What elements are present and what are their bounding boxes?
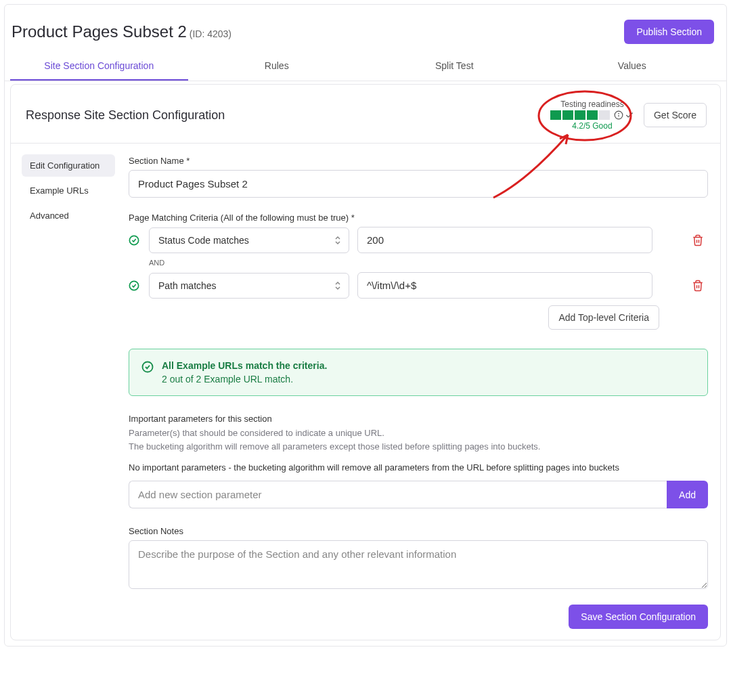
section-name-input[interactable] [129, 170, 708, 198]
main-tabs: Site Section Configuration Rules Split T… [5, 51, 726, 81]
delete-criteria-button[interactable] [688, 280, 708, 292]
tab-values[interactable]: Values [544, 51, 722, 81]
card-title: Response Site Section Configuration [26, 108, 225, 123]
tab-split-test[interactable]: Split Test [366, 51, 544, 81]
svg-point-2 [619, 113, 619, 114]
section-notes-label: Section Notes [129, 526, 708, 536]
readiness-label: Testing readiness [550, 100, 634, 109]
info-icon[interactable] [614, 110, 623, 120]
params-help-1: Parameter(s) that should be considered t… [129, 426, 708, 440]
criteria-row: Path matches [129, 272, 708, 299]
page-id: (ID: 4203) [190, 28, 231, 39]
criteria-label: Page Matching Criteria (All of the follo… [129, 213, 708, 223]
params-empty-text: No important parameters - the bucketing … [129, 462, 708, 473]
readiness-score: 4.2/5 Good [550, 121, 634, 131]
check-icon [625, 110, 634, 120]
tab-rules[interactable]: Rules [188, 51, 366, 81]
criteria-row: Status Code matches [129, 227, 708, 253]
criteria-type-value: Status Code matches [158, 235, 249, 246]
chevron-updown-icon [334, 280, 342, 291]
criteria-value-input[interactable] [357, 272, 652, 299]
criteria-type-select[interactable]: Path matches [149, 273, 349, 299]
sidebar-item-example-urls[interactable]: Example URLs [22, 179, 115, 202]
save-section-button[interactable]: Save Section Configuration [569, 605, 708, 629]
add-criteria-button[interactable]: Add Top-level Criteria [548, 305, 659, 330]
criteria-value-input[interactable] [357, 227, 652, 253]
readiness-squares [550, 110, 634, 120]
criteria-type-select[interactable]: Status Code matches [149, 227, 349, 253]
banner-title: All Example URLs match the criteria. [162, 360, 327, 371]
banner-subtitle: 2 out of 2 Example URL match. [162, 374, 327, 385]
criteria-valid-icon [129, 280, 141, 291]
criteria-and-joiner: AND [149, 259, 708, 267]
section-notes-textarea[interactable] [129, 540, 708, 589]
testing-readiness-widget: Testing readiness 4.2/5 Good [550, 100, 634, 131]
params-heading: Important parameters for this section [129, 414, 708, 424]
delete-criteria-button[interactable] [688, 234, 708, 246]
criteria-valid-icon [129, 235, 141, 246]
criteria-match-banner: All Example URLs match the criteria. 2 o… [129, 349, 708, 396]
get-score-button[interactable]: Get Score [644, 103, 707, 127]
chevron-updown-icon [334, 235, 342, 246]
success-check-icon [141, 360, 154, 385]
publish-section-button[interactable]: Publish Section [624, 20, 714, 44]
add-parameter-button[interactable]: Add [667, 481, 708, 508]
config-sidebar: Edit Configuration Example URLs Advanced [11, 144, 119, 629]
params-help-2: The bucketing algorithm will remove all … [129, 440, 708, 454]
add-parameter-input[interactable] [129, 481, 667, 508]
section-name-label: Section Name * [129, 156, 708, 166]
sidebar-item-advanced[interactable]: Advanced [22, 204, 115, 227]
tab-site-section-configuration[interactable]: Site Section Configuration [10, 51, 188, 81]
sidebar-item-edit-configuration[interactable]: Edit Configuration [22, 154, 115, 177]
criteria-type-value: Path matches [158, 280, 217, 291]
page-title: Product Pages Subset 2 [12, 22, 187, 41]
